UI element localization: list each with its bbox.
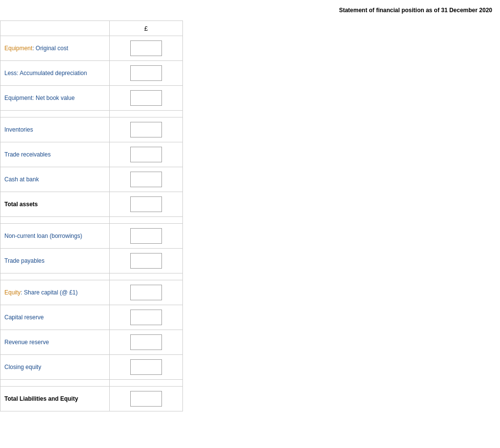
label-text: Inventories [4, 126, 33, 133]
input-trade-payables[interactable] [130, 253, 162, 269]
row-trade-payables: Trade payables [0, 249, 182, 273]
label-cash-at-bank: Cash at bank [0, 167, 110, 192]
column-header-row: £ [0, 21, 182, 36]
label-text: Total Liabilities and Equity [4, 395, 78, 402]
label-equity-share-capital: Equity: Share capital (@ £1) [0, 280, 110, 305]
label-text: Cash at bank [4, 176, 39, 183]
row-equipment-net-book-value: Equipment: Net book value [0, 86, 182, 111]
page-title: Statement of financial position as of 31… [0, 0, 500, 19]
input-less-accumulated-depreciation[interactable] [130, 65, 162, 81]
spacer-3 [0, 273, 182, 280]
value-non-current-loan [110, 224, 182, 248]
label-equipment-net-book-value: Equipment: Net book value [0, 86, 110, 110]
row-trade-receivables: Trade receivables [0, 142, 182, 167]
input-trade-receivables[interactable] [130, 147, 162, 162]
spacer-1 [0, 111, 182, 117]
value-revenue-reserve [110, 330, 182, 354]
value-trade-payables [110, 249, 182, 273]
row-less-accumulated-depreciation: Less: Accumulated depreciation [0, 61, 182, 86]
input-equipment-original-cost[interactable] [130, 40, 162, 56]
label-text: Revenue reserve [4, 339, 49, 346]
label-text: Total assets [4, 201, 38, 208]
row-total-liabilities-equity: Total Liabilities and Equity [0, 387, 182, 411]
label-trade-receivables: Trade receivables [0, 142, 110, 167]
label-text: Capital reserve [4, 314, 44, 321]
input-inventories[interactable] [130, 122, 162, 137]
row-non-current-loan: Non-current loan (borrowings) [0, 224, 182, 249]
column-header-label [0, 21, 110, 36]
value-less-accumulated-depreciation [110, 61, 182, 85]
input-equipment-net-book-value[interactable] [130, 90, 162, 106]
label-less-accumulated-depreciation: Less: Accumulated depreciation [0, 61, 110, 85]
row-closing-equity: Closing equity [0, 355, 182, 380]
row-cash-at-bank: Cash at bank [0, 167, 182, 192]
label-revenue-reserve: Revenue reserve [0, 330, 110, 354]
input-capital-reserve[interactable] [130, 310, 162, 325]
label-text: Trade payables [4, 257, 44, 264]
label-text: Less: Accumulated depreciation [4, 70, 87, 77]
label-closing-equity: Closing equity [0, 355, 110, 379]
column-header-currency: £ [110, 21, 182, 36]
input-total-assets[interactable] [130, 196, 162, 212]
label-suffix: : Original cost [32, 45, 68, 52]
spacer-4 [0, 380, 182, 387]
input-cash-at-bank[interactable] [130, 172, 162, 187]
value-cash-at-bank [110, 167, 182, 192]
row-equity-share-capital: Equity: Share capital (@ £1) [0, 280, 182, 305]
row-inventories: Inventories [0, 117, 182, 142]
label-text: Equipment: Net book value [4, 95, 75, 101]
value-total-liabilities-equity [110, 387, 182, 411]
label-capital-reserve: Capital reserve [0, 305, 110, 330]
label-inventories: Inventories [0, 117, 110, 142]
spacer-2 [0, 217, 182, 224]
label-equipment-original-cost: Equipment: Original cost [0, 36, 110, 60]
label-trade-payables: Trade payables [0, 249, 110, 273]
value-equipment-original-cost [110, 36, 182, 60]
label-text: Closing equity [4, 364, 41, 370]
label-text: Non-current loan (borrowings) [4, 233, 82, 239]
value-closing-equity [110, 355, 182, 379]
value-total-assets [110, 192, 182, 216]
label-suffix: : Share capital (@ £1) [20, 289, 78, 296]
label-total-assets: Total assets [0, 192, 110, 216]
label-text: Trade receivables [4, 151, 51, 158]
input-equity-share-capital[interactable] [130, 285, 162, 300]
input-total-liabilities-equity[interactable] [130, 391, 162, 407]
financial-table: £ Equipment: Original cost Less: Accumul… [0, 20, 183, 411]
label-non-current-loan: Non-current loan (borrowings) [0, 224, 110, 248]
value-capital-reserve [110, 305, 182, 330]
value-equipment-net-book-value [110, 86, 182, 110]
value-inventories [110, 117, 182, 142]
label-prefix: Equity [4, 289, 20, 296]
label-total-liabilities-equity: Total Liabilities and Equity [0, 387, 110, 411]
row-revenue-reserve: Revenue reserve [0, 330, 182, 355]
row-total-assets: Total assets [0, 192, 182, 217]
value-equity-share-capital [110, 280, 182, 305]
value-trade-receivables [110, 142, 182, 167]
row-capital-reserve: Capital reserve [0, 305, 182, 330]
input-revenue-reserve[interactable] [130, 334, 162, 350]
input-closing-equity[interactable] [130, 359, 162, 375]
label-prefix: Equipment [4, 45, 32, 52]
row-equipment-original-cost: Equipment: Original cost [0, 36, 182, 61]
input-non-current-loan[interactable] [130, 228, 162, 244]
